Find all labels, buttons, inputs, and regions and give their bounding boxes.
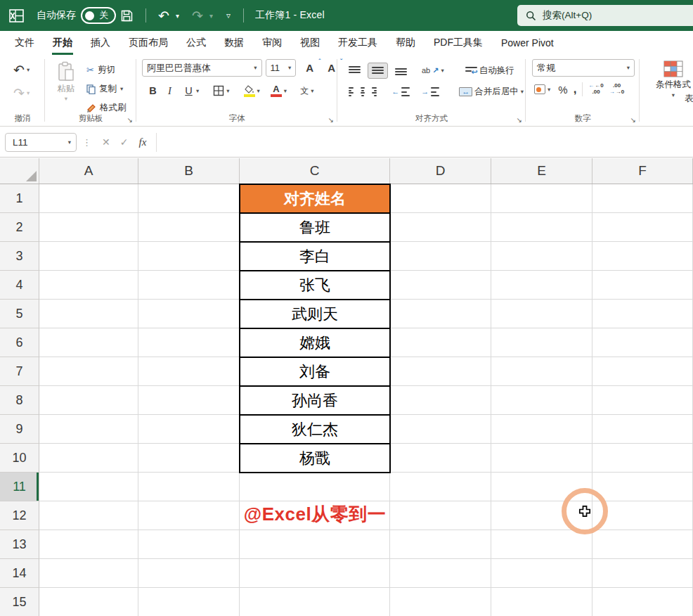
grid-cell-A12[interactable] — [39, 501, 138, 530]
phonetic-button[interactable]: 文 ▾ — [298, 84, 316, 98]
row-header-6[interactable]: 6 — [0, 328, 39, 357]
save-button[interactable] — [120, 9, 134, 23]
grid-cell-D9[interactable] — [390, 415, 491, 444]
font-size-select[interactable]: 11 ▾ — [266, 59, 297, 77]
grid-cell-A6[interactable] — [39, 328, 138, 357]
grid-cell-F5[interactable] — [592, 300, 693, 328]
grid-cell-E7[interactable] — [491, 357, 592, 386]
grid-cell-D12[interactable] — [390, 501, 491, 530]
row-header-14[interactable]: 14 — [0, 559, 39, 588]
grid-cell-C15[interactable] — [240, 588, 390, 616]
grid-cell-C14[interactable] — [240, 559, 390, 588]
grid-cell-B2[interactable] — [138, 213, 240, 242]
row-header-15[interactable]: 15 — [0, 588, 39, 616]
cancel-button[interactable]: ✕ — [102, 136, 110, 148]
grid-cell-E3[interactable] — [491, 242, 592, 271]
formula-input[interactable] — [156, 133, 693, 152]
grid-cell-D14[interactable] — [390, 559, 491, 588]
column-header-A[interactable]: A — [39, 158, 138, 184]
alignment-dialog-launcher[interactable]: ↘ — [517, 116, 522, 124]
decrease-indent-button[interactable]: ← — [389, 86, 412, 98]
grid-cell-A4[interactable] — [39, 271, 138, 300]
menu-tab-0[interactable]: 文件 — [6, 31, 44, 55]
grid-cell-B12[interactable] — [138, 501, 240, 530]
row-header-5[interactable]: 5 — [0, 300, 39, 328]
grid-cell-B3[interactable] — [138, 242, 240, 271]
table-cell-C3[interactable]: 李白 — [239, 241, 391, 271]
grid-cell-D6[interactable] — [390, 328, 491, 357]
grid-cell-B11[interactable] — [138, 473, 240, 501]
grid-cell-F2[interactable] — [592, 213, 693, 242]
grid-cell-E9[interactable] — [491, 415, 592, 444]
grid-cell-A1[interactable] — [39, 184, 138, 213]
grid-cell-F15[interactable] — [592, 588, 693, 616]
grid-cell-A2[interactable] — [39, 213, 138, 242]
grid-cell-D2[interactable] — [390, 213, 491, 242]
grid-cell-F9[interactable] — [592, 415, 693, 444]
undo-button-qat[interactable]: ↶ ▾ — [158, 9, 182, 23]
column-header-E[interactable]: E — [491, 158, 592, 184]
grid-cell-A11[interactable] — [39, 473, 138, 501]
grid-cell-B8[interactable] — [138, 386, 240, 415]
row-header-4[interactable]: 4 — [0, 271, 39, 300]
grid-cell-F8[interactable] — [592, 386, 693, 415]
grid-cell-D15[interactable] — [390, 588, 491, 616]
number-format-select[interactable]: 常规 ▾ — [532, 59, 635, 77]
merge-center-button[interactable]: ↔ 合并后居中 ▾ — [457, 84, 526, 99]
grid-cell-F10[interactable] — [592, 444, 693, 473]
grid-cell-E4[interactable] — [491, 271, 592, 300]
row-header-2[interactable]: 2 — [0, 213, 39, 242]
grid-cell-D8[interactable] — [390, 386, 491, 415]
grid-cell-D7[interactable] — [390, 357, 491, 386]
grid-cell-F3[interactable] — [592, 242, 693, 271]
grid-cell-E13[interactable] — [491, 530, 592, 559]
orientation-button[interactable]: ab ↗ ▾ — [420, 65, 446, 76]
increase-decimal-button[interactable]: ←←0 .00 — [588, 83, 603, 96]
row-header-11[interactable]: 11 — [0, 473, 39, 501]
grid-cell-D3[interactable] — [390, 242, 491, 271]
font-dialog-launcher[interactable]: ↘ — [328, 116, 334, 124]
redo-button[interactable]: ↷ ▾ — [11, 85, 45, 101]
column-header-F[interactable]: F — [592, 158, 693, 184]
italic-button[interactable]: I — [164, 85, 175, 97]
row-header-10[interactable]: 10 — [0, 444, 39, 473]
menu-tab-8[interactable]: 开发工具 — [329, 31, 387, 55]
clipboard-dialog-launcher[interactable]: ↘ — [127, 116, 133, 124]
name-box[interactable]: L11 ▾ — [5, 133, 77, 152]
select-all-button[interactable] — [0, 158, 39, 184]
table-cell-C7[interactable]: 刘备 — [239, 357, 391, 387]
grid-cell-A14[interactable] — [39, 559, 138, 588]
grid-cell-A10[interactable] — [39, 444, 138, 473]
grid-cell-F7[interactable] — [592, 357, 693, 386]
grid-cell-B13[interactable] — [138, 530, 240, 559]
menu-tab-1[interactable]: 开始 — [44, 31, 82, 55]
row-header-3[interactable]: 3 — [0, 242, 39, 271]
decrease-font-button[interactable]: Aˇ — [325, 60, 337, 75]
copy-button[interactable]: 复制 ▾ — [84, 82, 129, 96]
grid-cell-B9[interactable] — [138, 415, 240, 444]
table-cell-C2[interactable]: 鲁班 — [239, 212, 391, 243]
grid-cell-F12[interactable] — [592, 501, 693, 530]
grid-cell-A15[interactable] — [39, 588, 138, 616]
align-top-button[interactable] — [349, 66, 361, 75]
grid-cell-F6[interactable] — [592, 328, 693, 357]
borders-button[interactable]: ▾ — [211, 84, 231, 98]
table-cell-C9[interactable]: 狄仁杰 — [239, 414, 391, 444]
grid-cell-D1[interactable] — [390, 184, 491, 213]
format-as-table-button-partial[interactable]: 表 — [685, 93, 693, 105]
increase-indent-button[interactable]: → — [419, 86, 441, 98]
wrap-text-button[interactable]: ↩ 自动换行 — [463, 63, 517, 78]
menu-tab-4[interactable]: 公式 — [177, 31, 215, 55]
comma-style-button[interactable]: , — [574, 86, 577, 93]
grid-cell-A8[interactable] — [39, 386, 138, 415]
row-header-7[interactable]: 7 — [0, 357, 39, 386]
grid-cell-E8[interactable] — [491, 386, 592, 415]
row-header-13[interactable]: 13 — [0, 530, 39, 559]
row-header-9[interactable]: 9 — [0, 415, 39, 444]
column-header-C[interactable]: C — [240, 158, 390, 184]
menu-tab-7[interactable]: 视图 — [291, 31, 329, 55]
grid-cell-E2[interactable] — [491, 213, 592, 242]
menu-tab-6[interactable]: 审阅 — [253, 31, 291, 55]
align-right-button[interactable] — [372, 87, 377, 96]
grid-cell-F1[interactable] — [592, 184, 693, 213]
